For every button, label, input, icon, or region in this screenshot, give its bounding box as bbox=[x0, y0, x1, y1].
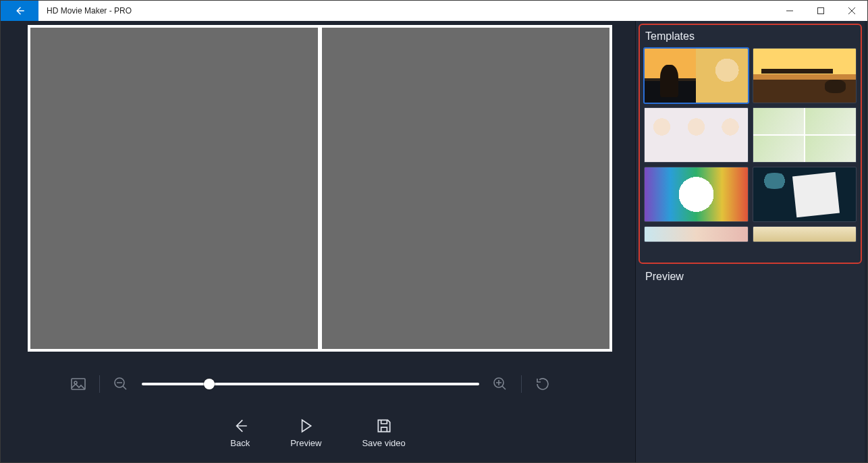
zoom-slider[interactable] bbox=[142, 383, 479, 385]
save-icon bbox=[375, 417, 393, 435]
image-icon bbox=[68, 374, 88, 394]
reset-view-button[interactable] bbox=[533, 374, 553, 394]
template-item[interactable] bbox=[644, 226, 749, 242]
app-title: HD Movie Maker - PRO bbox=[38, 1, 140, 21]
zoom-in-button[interactable] bbox=[490, 374, 510, 394]
zoom-slider-thumb[interactable] bbox=[204, 379, 215, 389]
preview-panel: Preview bbox=[636, 264, 865, 290]
titlebar-back-button[interactable] bbox=[1, 1, 38, 21]
canvas-slot-left[interactable] bbox=[30, 28, 318, 349]
preview-label: Preview bbox=[290, 438, 321, 448]
main-area: Back Preview Save video Templates bbox=[1, 21, 867, 463]
preview-title: Preview bbox=[645, 271, 855, 283]
template-item[interactable] bbox=[753, 226, 857, 242]
templates-title: Templates bbox=[645, 30, 855, 43]
arrow-left-icon bbox=[13, 5, 26, 17]
action-bar: Back Preview Save video bbox=[1, 404, 635, 460]
template-item[interactable] bbox=[644, 48, 749, 103]
template-item[interactable] bbox=[753, 48, 857, 103]
divider bbox=[521, 375, 522, 393]
back-button[interactable]: Back bbox=[230, 416, 250, 448]
preview-button[interactable]: Preview bbox=[290, 416, 321, 448]
svg-rect-0 bbox=[818, 8, 824, 14]
canvas-frame[interactable] bbox=[28, 25, 612, 352]
close-icon bbox=[848, 7, 856, 15]
template-item[interactable] bbox=[644, 167, 749, 222]
reset-icon bbox=[535, 376, 551, 392]
template-item[interactable] bbox=[753, 107, 857, 163]
zoom-out-button[interactable] bbox=[111, 374, 131, 394]
templates-grid bbox=[644, 48, 857, 242]
save-video-button[interactable]: Save video bbox=[362, 416, 405, 448]
right-column: Templates Preview bbox=[635, 21, 865, 463]
zoom-toolbar bbox=[1, 364, 635, 404]
template-item[interactable] bbox=[644, 107, 749, 163]
titlebar-spacer bbox=[140, 1, 774, 21]
back-label: Back bbox=[230, 438, 250, 448]
minimize-icon bbox=[786, 7, 794, 15]
zoom-out-icon bbox=[113, 376, 129, 392]
center-column: Back Preview Save video bbox=[1, 21, 635, 463]
divider bbox=[99, 375, 100, 393]
window-minimize-button[interactable] bbox=[774, 1, 805, 21]
window-close-button[interactable] bbox=[836, 1, 867, 21]
window-maximize-button[interactable] bbox=[805, 1, 836, 21]
template-item[interactable] bbox=[753, 167, 857, 222]
maximize-icon bbox=[817, 7, 825, 15]
save-label: Save video bbox=[362, 438, 405, 448]
canvas-slot-right[interactable] bbox=[322, 28, 609, 349]
play-icon bbox=[297, 417, 315, 435]
title-bar: HD Movie Maker - PRO bbox=[1, 1, 867, 21]
canvas-area bbox=[1, 21, 635, 364]
zoom-in-icon bbox=[492, 376, 508, 392]
templates-panel: Templates bbox=[639, 24, 862, 264]
arrow-left-icon bbox=[232, 417, 249, 435]
